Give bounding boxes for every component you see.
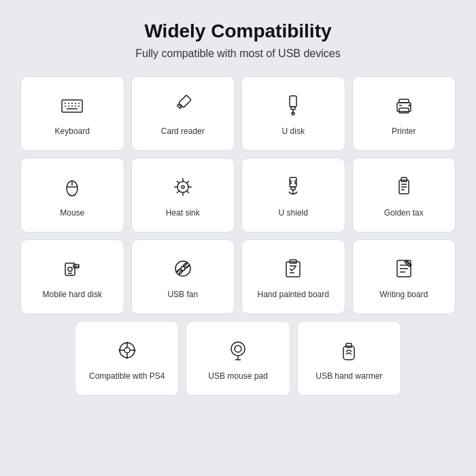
u-disk-label: U disk [282,126,305,137]
usb-fan-icon [171,256,195,284]
compatible-ps4-label: Compatible with PS4 [89,371,165,382]
svg-point-71 [231,342,245,356]
svg-point-67 [126,341,128,343]
card-compatible-ps4: Compatible with PS4 [75,321,179,396]
writing-board-label: Writing board [379,290,428,301]
svg-point-62 [124,347,130,353]
svg-rect-37 [291,187,295,190]
svg-rect-14 [290,96,296,107]
card-card-reader: Card reader [131,76,235,151]
page-subtitle: Fully compatible with most of USB device… [135,48,340,60]
svg-line-32 [186,190,189,193]
card-u-disk: U disk [241,76,345,151]
golden-tax-label: Golden tax [384,208,424,219]
hand-warmer-icon [337,338,361,366]
svg-point-35 [182,186,184,188]
svg-rect-15 [291,107,295,109]
u-disk-icon [281,93,305,121]
card-writing-board: Writing board [352,239,456,314]
device-grid-bottom: Compatible with PS4 USB mouse pad USB ha… [75,321,401,396]
ps4-icon [115,338,139,366]
heat-sink-label: Heat sink [166,208,200,219]
usb-hand-warmer-label: USB hand warmer [316,371,382,382]
card-usb-hand-warmer: USB hand warmer [297,321,401,396]
svg-point-70 [118,349,120,351]
svg-point-72 [235,345,241,352]
card-usb-fan: USB fan [131,239,235,314]
printer-label: Printer [392,126,415,137]
mouse-icon [60,175,84,203]
mobile-hard-disk-label: Mobile hard disk [43,290,102,301]
usb-fan-label: USB fan [167,290,198,301]
keyboard-label: Keyboard [55,126,90,137]
card-printer: Printer [352,76,456,151]
card-keyboard: Keyboard [20,76,124,151]
svg-point-51 [175,261,190,276]
usb-mouse-pad-label: USB mouse pad [208,371,267,382]
card-usb-mouse-pad: USB mouse pad [186,321,290,396]
printer-icon [392,93,416,121]
mobile-hard-disk-icon [60,256,84,284]
svg-rect-20 [399,108,409,113]
svg-line-34 [177,190,180,193]
svg-point-52 [181,267,185,271]
svg-point-22 [408,104,410,106]
svg-point-68 [133,349,135,351]
card-reader-label: Card reader [161,126,205,137]
hand-painted-board-label: Hand painted board [258,290,329,301]
card-u-shield: U shield [241,158,345,233]
svg-line-33 [186,181,189,184]
device-grid: Keyboard Card reader U disk [20,76,456,314]
u-shield-label: U shield [279,208,308,219]
svg-point-49 [68,267,72,271]
keyboard-icon [60,93,84,121]
writing-board-icon [392,256,416,284]
svg-line-31 [177,181,180,184]
card-mouse: Mouse [20,158,124,233]
card-heat-sink: Heat sink [131,158,235,233]
card-mobile-hard-disk: Mobile hard disk [20,239,124,314]
u-shield-icon [281,175,305,203]
svg-rect-42 [401,177,407,182]
card-hand-painted-board: Hand painted board [241,239,345,314]
hand-painted-board-icon [281,256,305,284]
mouse-pad-icon [226,338,250,366]
mouse-label: Mouse [60,208,84,219]
svg-point-69 [126,356,128,358]
svg-rect-76 [346,343,352,347]
golden-tax-icon [392,175,416,203]
card-reader-icon [171,93,195,121]
card-golden-tax: Golden tax [352,158,456,233]
svg-rect-19 [399,99,409,103]
heat-sink-icon [171,175,195,203]
page-title: Widely Compatibility [144,20,331,42]
